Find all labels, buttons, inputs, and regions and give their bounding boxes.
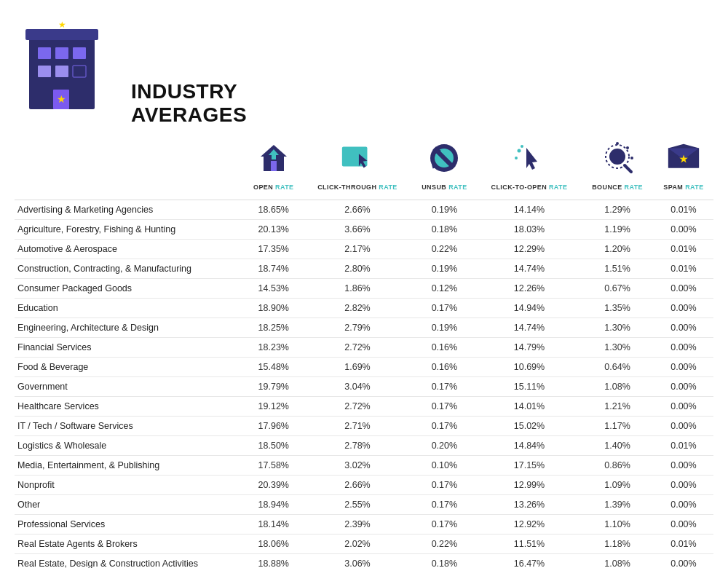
- cell-industry-13: Media, Entertainment, & Publishing: [15, 456, 244, 476]
- cell-cto-3: 14.74%: [478, 259, 582, 279]
- cell-spam-14: 0.00%: [654, 476, 713, 495]
- cell-ctr-1: 3.66%: [304, 220, 411, 240]
- cell-bounce-4: 0.67%: [581, 279, 654, 299]
- cell-industry-18: Real Estate, Design & Construction Activ…: [15, 554, 244, 568]
- cell-bounce-12: 1.40%: [581, 436, 654, 456]
- cell-open_rate-4: 14.53%: [244, 279, 304, 299]
- cell-unsub-14: 0.17%: [411, 476, 478, 495]
- cell-industry-15: Other: [15, 495, 244, 515]
- cell-unsub-1: 0.18%: [411, 220, 478, 240]
- cell-ctr-8: 1.69%: [304, 358, 411, 377]
- cell-spam-13: 0.00%: [654, 456, 713, 476]
- svg-rect-4: [73, 47, 86, 59]
- table-row: Food & Beverage15.48%1.69%0.16%10.69%0.6…: [15, 358, 713, 377]
- cell-bounce-10: 1.21%: [581, 397, 654, 417]
- cell-industry-9: Government: [15, 377, 244, 397]
- col-spam: ★ SPAM RATE: [654, 134, 713, 200]
- industry-averages-table: OPEN RATE CLICK-THROUGH R: [15, 134, 713, 568]
- cell-bounce-0: 1.29%: [581, 200, 654, 220]
- cell-cto-10: 14.01%: [478, 397, 582, 417]
- cell-unsub-0: 0.19%: [411, 200, 478, 220]
- cell-unsub-4: 0.12%: [411, 279, 478, 299]
- table-row: Nonprofit20.39%2.66%0.17%12.99%1.09%0.00…: [15, 476, 713, 495]
- cell-ctr-0: 2.66%: [304, 200, 411, 220]
- cell-industry-0: Advertising & Marketing Agencies: [15, 200, 244, 220]
- svg-text:★: ★: [58, 20, 66, 30]
- cell-cto-13: 17.15%: [478, 456, 582, 476]
- table-row: Government19.79%3.04%0.17%15.11%1.08%0.0…: [15, 377, 713, 397]
- table-header-row: OPEN RATE CLICK-THROUGH R: [15, 134, 713, 200]
- cell-industry-10: Healthcare Services: [15, 397, 244, 417]
- cell-unsub-10: 0.17%: [411, 397, 478, 417]
- svg-marker-23: [526, 148, 537, 170]
- cell-spam-3: 0.01%: [654, 259, 713, 279]
- cell-open_rate-3: 18.74%: [244, 259, 304, 279]
- cell-unsub-18: 0.18%: [411, 554, 478, 568]
- cell-cto-14: 12.99%: [478, 476, 582, 495]
- cell-industry-5: Education: [15, 299, 244, 318]
- table-row: Media, Entertainment, & Publishing17.58%…: [15, 456, 713, 476]
- cell-unsub-9: 0.17%: [411, 377, 478, 397]
- col-ctr: CLICK-THROUGH RATE: [304, 134, 411, 200]
- cell-industry-6: Engineering, Architecture & Design: [15, 318, 244, 338]
- cell-open_rate-11: 17.96%: [244, 417, 304, 436]
- svg-point-20: [517, 149, 521, 153]
- cell-bounce-9: 1.08%: [581, 377, 654, 397]
- cell-ctr-10: 2.72%: [304, 397, 411, 417]
- cell-unsub-6: 0.19%: [411, 318, 478, 338]
- svg-text:★: ★: [57, 93, 66, 105]
- cell-cto-12: 14.84%: [478, 436, 582, 456]
- cell-unsub-15: 0.17%: [411, 495, 478, 515]
- cell-cto-7: 14.79%: [478, 338, 582, 358]
- svg-rect-7: [73, 66, 86, 77]
- cell-unsub-3: 0.19%: [411, 259, 478, 279]
- cell-unsub-2: 0.22%: [411, 240, 478, 259]
- cell-ctr-2: 2.17%: [304, 240, 411, 259]
- table-row: Consumer Packaged Goods14.53%1.86%0.12%1…: [15, 279, 713, 299]
- cell-industry-1: Agriculture, Forestry, Fishing & Hunting: [15, 220, 244, 240]
- cell-industry-7: Financial Services: [15, 338, 244, 358]
- cell-open_rate-2: 17.35%: [244, 240, 304, 259]
- cell-bounce-3: 1.51%: [581, 259, 654, 279]
- cell-cto-0: 14.14%: [478, 200, 582, 220]
- cell-ctr-9: 3.04%: [304, 377, 411, 397]
- cell-spam-6: 0.00%: [654, 318, 713, 338]
- cell-cto-11: 15.02%: [478, 417, 582, 436]
- cell-open_rate-9: 19.79%: [244, 377, 304, 397]
- svg-rect-2: [38, 47, 51, 59]
- table-row: Other18.94%2.55%0.17%13.26%1.39%0.00%: [15, 495, 713, 515]
- svg-point-22: [521, 145, 523, 148]
- col-cto: CLICK-TO-OPEN RATE: [478, 134, 582, 200]
- cell-unsub-5: 0.17%: [411, 299, 478, 318]
- cell-open_rate-6: 18.25%: [244, 318, 304, 338]
- cell-bounce-2: 1.20%: [581, 240, 654, 259]
- col-unsub: UNSUB RATE: [411, 134, 478, 200]
- svg-rect-1: [25, 29, 98, 40]
- cell-open_rate-16: 18.14%: [244, 515, 304, 535]
- cell-open_rate-17: 18.06%: [244, 535, 304, 554]
- col-open-rate: OPEN RATE: [244, 134, 304, 200]
- cell-industry-12: Logistics & Wholesale: [15, 436, 244, 456]
- cell-industry-8: Food & Beverage: [15, 358, 244, 377]
- cell-ctr-11: 2.71%: [304, 417, 411, 436]
- cell-spam-17: 0.01%: [654, 535, 713, 554]
- svg-rect-3: [55, 47, 68, 59]
- cell-spam-10: 0.00%: [654, 397, 713, 417]
- cell-ctr-16: 2.39%: [304, 515, 411, 535]
- cell-open_rate-18: 18.88%: [244, 554, 304, 568]
- table-row: Healthcare Services19.12%2.72%0.17%14.01…: [15, 397, 713, 417]
- cell-ctr-3: 2.80%: [304, 259, 411, 279]
- cell-bounce-13: 0.86%: [581, 456, 654, 476]
- cell-cto-1: 18.03%: [478, 220, 582, 240]
- table-row: Real Estate Agents & Brokers18.06%2.02%0…: [15, 535, 713, 554]
- cell-spam-8: 0.00%: [654, 358, 713, 377]
- cell-cto-6: 14.74%: [478, 318, 582, 338]
- cell-cto-8: 10.69%: [478, 358, 582, 377]
- cell-industry-3: Construction, Contracting, & Manufacturi…: [15, 259, 244, 279]
- cell-spam-11: 0.00%: [654, 417, 713, 436]
- svg-point-27: [626, 146, 629, 149]
- cell-industry-11: IT / Tech / Software Services: [15, 417, 244, 436]
- cell-unsub-13: 0.10%: [411, 456, 478, 476]
- col-bounce: BOUNCE RATE: [581, 134, 654, 200]
- table-row: Financial Services18.23%2.72%0.16%14.79%…: [15, 338, 713, 358]
